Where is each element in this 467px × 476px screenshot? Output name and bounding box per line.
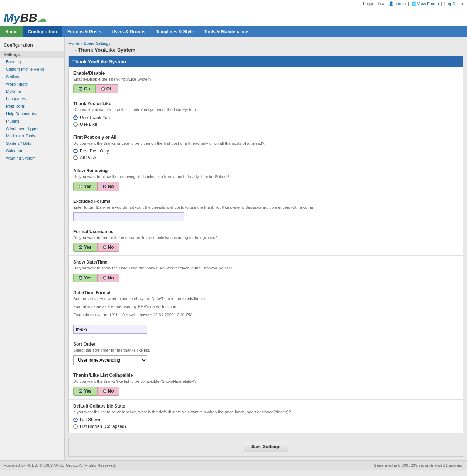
setting-default-collapsible-state: Default Collapsible State If you want th… <box>69 400 463 433</box>
list-hidden-option[interactable]: List Hidden (Collapsed) <box>73 424 458 429</box>
sidebar-item-help-documents[interactable]: Help Documents <box>0 110 64 117</box>
show-datetime-no-button[interactable]: No <box>97 274 119 282</box>
sidebar-title: Configuration <box>0 40 64 49</box>
collapsible-yes-dot <box>79 389 82 393</box>
setting-datetime-format: Date/Time Format Set the format you want… <box>69 286 463 338</box>
logo-cloud-icon: ☁ <box>37 14 46 24</box>
datetime-format-desc1: Set the format you want to use to show t… <box>73 296 458 302</box>
allow-removing-no-button[interactable]: No <box>97 182 119 191</box>
show-datetime-yes-button[interactable]: Yes <box>73 274 97 282</box>
nav-home[interactable]: Home <box>0 26 23 37</box>
sidebar-item-moderator-tools[interactable]: Moderator Tools <box>0 132 64 140</box>
logo: MyBB☁ <box>4 11 463 25</box>
format-no-dot <box>103 245 106 249</box>
admin-icon: 👤 <box>389 1 394 6</box>
sidebar-item-spiders-bots[interactable]: Spiders / Bots <box>0 140 64 147</box>
globe-icon: 🌐 <box>411 1 416 6</box>
format-no-button[interactable]: No <box>97 243 119 252</box>
show-datetime-toggle: Yes No <box>73 274 119 282</box>
list-hidden-radio <box>73 424 78 429</box>
sidebar-item-calendars[interactable]: Calendars <box>0 147 64 154</box>
admin-link[interactable]: admin <box>395 1 406 6</box>
sidebar-item-custom-profile-fields[interactable]: Custom Profile Fields <box>0 66 64 73</box>
off-radio-dot <box>101 87 105 91</box>
setting-allow-removing: Allow Removing Do you want to allow the … <box>69 164 463 195</box>
allow-removing-desc: Do you want to allow the removing of Tha… <box>73 174 458 180</box>
excluded-forums-input[interactable] <box>73 212 184 221</box>
main-content: Home » Board Settings └ Thank You/Like S… <box>65 37 467 460</box>
logout-link[interactable]: Log Out <box>444 1 459 6</box>
use-thank-you-option[interactable]: Use Thank You <box>73 115 458 120</box>
nav-tools-maintenance[interactable]: Tools & Maintenance <box>199 26 253 37</box>
save-settings-button[interactable]: Save Settings <box>244 442 288 452</box>
first-post-only-option[interactable]: First Post Only <box>73 148 458 154</box>
datetime-format-label: Date/Time Format <box>73 290 458 295</box>
use-thank-you-radio <box>73 115 78 120</box>
breadcrumb-home[interactable]: Home <box>68 41 79 46</box>
default-collapsible-desc: If you want the list to be collapsible, … <box>73 409 458 415</box>
format-yes-dot <box>79 245 82 249</box>
nav-templates-style[interactable]: Templates & Style <box>150 26 199 37</box>
default-collapsible-label: Default Collapsible State <box>73 403 458 409</box>
thank-you-or-like-options: Use Thank You Use Like <box>73 115 458 127</box>
format-yes-button[interactable]: Yes <box>73 243 97 252</box>
datetime-format-desc3: Example format: m-d-Y h::i A <<will show… <box>73 312 458 318</box>
no-radio-dot <box>103 185 106 188</box>
sidebar-item-banning[interactable]: Banning <box>0 58 64 66</box>
nav-configuration[interactable]: Configuration <box>23 26 62 37</box>
setting-sort-order: Sort Order Select the sort order for the… <box>69 338 463 369</box>
page-title: └ Thank You/Like System <box>68 47 463 53</box>
sort-order-desc: Select the sort order for the thanks/lik… <box>73 348 458 353</box>
sidebar-item-languages[interactable]: Languages <box>0 95 64 103</box>
enable-off-button[interactable]: Off <box>96 84 118 93</box>
sidebar-item-warning-system[interactable]: Warning System <box>0 154 64 162</box>
setting-first-post: First Post only or All Do you want the t… <box>69 131 463 164</box>
sidebar: Configuration Settings Banning Custom Pr… <box>0 37 65 460</box>
excluded-forums-desc: Enter forum IDs where you do not want th… <box>73 205 458 210</box>
format-usernames-desc: Do you want to format the usernames in t… <box>73 235 458 241</box>
sidebar-item-post-icons[interactable]: Post Icons <box>0 103 64 110</box>
enable-disable-toggle: On Off <box>73 84 118 93</box>
nav-forums-posts[interactable]: Forums & Posts <box>62 26 106 37</box>
collapsible-yes-button[interactable]: Yes <box>73 387 97 396</box>
sidebar-item-attachment-types[interactable]: Attachment Types <box>0 125 64 132</box>
nav-users-groups[interactable]: Users & Groups <box>106 26 150 37</box>
footer-left: Powered by MyBB. © 2009 MyBB Group. All … <box>4 463 116 467</box>
use-like-radio <box>73 122 78 127</box>
collapsible-no-button[interactable]: No <box>97 387 119 396</box>
footer: Powered by MyBB. © 2009 MyBB Group. All … <box>0 460 467 470</box>
datetime-no-dot <box>103 276 106 280</box>
allow-removing-yes-button[interactable]: Yes <box>73 182 97 191</box>
breadcrumb-board-settings[interactable]: Board Settings <box>84 41 111 46</box>
all-posts-option[interactable]: All Posts <box>73 155 458 160</box>
sidebar-item-plugins[interactable]: Plugins <box>0 117 64 125</box>
datetime-format-input[interactable] <box>73 325 147 334</box>
collapsible-toggle: Yes No <box>73 387 119 396</box>
enable-disable-label: Enable/Disable <box>73 71 458 76</box>
list-shown-option[interactable]: List Shown <box>73 417 458 422</box>
format-usernames-toggle: Yes No <box>73 243 119 252</box>
layout: Configuration Settings Banning Custom Pr… <box>0 37 467 460</box>
sidebar-item-smilies[interactable]: Smilies <box>0 73 64 80</box>
yes-radio-dot <box>79 185 82 188</box>
enable-on-button[interactable]: On <box>73 84 96 93</box>
logged-in-label: Logged in as <box>363 1 386 6</box>
view-forum-link[interactable]: View Forum <box>417 1 439 6</box>
setting-excluded-forums: Excluded Forums Enter forum IDs where yo… <box>69 195 463 225</box>
logo-bar: MyBB☁ <box>0 8 467 26</box>
allow-removing-toggle: Yes No <box>73 182 119 191</box>
sort-order-select[interactable]: Username Ascending Username Descending D… <box>73 355 147 365</box>
first-post-only-radio <box>73 149 78 153</box>
setting-thank-you-or-like: Thank You or Like Choose if you want to … <box>69 97 463 131</box>
use-like-option[interactable]: Use Like <box>73 122 458 127</box>
collapsible-desc: Do you want the thanks/like list to be c… <box>73 379 458 384</box>
sidebar-item-mycode[interactable]: MyCode <box>0 88 64 95</box>
first-post-desc: Do you want the thanks or Like to be giv… <box>73 141 458 146</box>
nav-bar: Home Configuration Forums & Posts Users … <box>0 26 467 37</box>
on-radio-dot <box>79 87 82 91</box>
section-header: Thank You/Like System <box>69 56 463 67</box>
sidebar-item-word-filters[interactable]: Word Filters <box>0 80 64 88</box>
thank-you-or-like-desc: Choose if you want to use the Thank You … <box>73 107 458 113</box>
all-posts-radio <box>73 155 78 160</box>
save-area: Save Settings <box>68 437 463 457</box>
